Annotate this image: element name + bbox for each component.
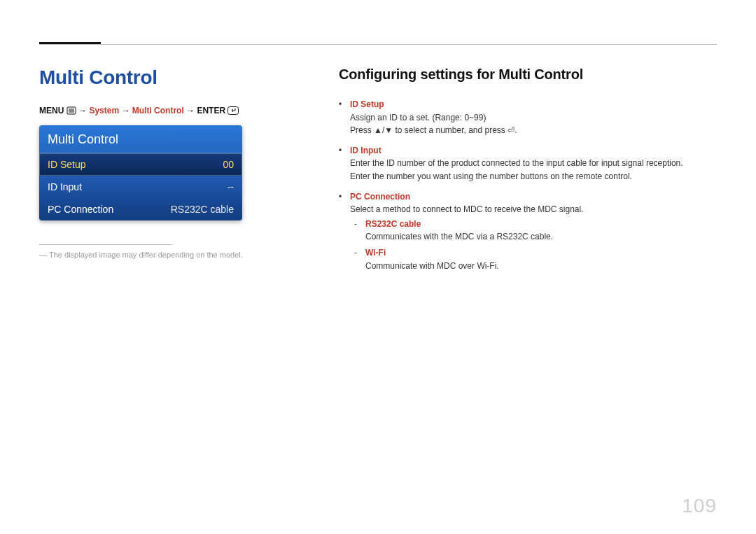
feature-sublist: -RS232C cable Communicates with the MDC … <box>354 218 717 272</box>
spacer <box>354 230 358 244</box>
spacer <box>339 157 343 170</box>
bullet-icon: • <box>339 144 343 157</box>
osd-row[interactable]: ID Input-- <box>39 176 242 198</box>
feature-body-text: Enter the ID number of the product conne… <box>350 157 683 170</box>
feature-item: •PC Connection Select a method to connec… <box>339 190 717 273</box>
breadcrumb: MENU → System → Multi Control → ENTER <box>39 106 291 115</box>
breadcrumb-multicontrol: Multi Control <box>132 106 184 115</box>
bullet-icon: • <box>339 98 343 111</box>
spacer <box>339 203 343 216</box>
feature-item: •ID Setup Assign an ID to a set. (Range:… <box>339 98 717 137</box>
page: Multi Control MENU → System → Multi Cont… <box>0 0 756 534</box>
arrow-icon: → <box>78 106 87 115</box>
feature-heading-row: •ID Setup <box>339 98 717 111</box>
feature-item: •ID Input Enter the ID number of the pro… <box>339 144 717 183</box>
menu-icon <box>66 106 76 115</box>
footnote: ―The displayed image may differ dependin… <box>39 251 291 259</box>
feature-body-text: Press ▲/▼ to select a number, and press … <box>350 124 517 137</box>
spacer <box>339 170 343 183</box>
footnote-text: The displayed image may differ depending… <box>49 251 243 259</box>
feature-body-line: Assign an ID to a set. (Range: 0~99) <box>339 111 717 125</box>
bullet-icon: • <box>339 190 343 204</box>
breadcrumb-menu: MENU <box>39 106 64 115</box>
content: Multi Control MENU → System → Multi Cont… <box>39 66 717 279</box>
feature-subheading-row: -RS232C cable <box>354 218 717 231</box>
feature-subbody-row: Communicates with the MDC via a RS232C c… <box>354 230 717 244</box>
left-column: Multi Control MENU → System → Multi Cont… <box>39 66 291 279</box>
spacer <box>339 111 343 125</box>
footnote-dash: ― <box>39 251 45 259</box>
breadcrumb-system: System <box>89 106 119 115</box>
feature-body-line: Select a method to connect to MDC to rec… <box>339 203 717 216</box>
osd-row-value: -- <box>227 181 234 192</box>
feature-label: PC Connection <box>350 190 410 204</box>
page-number: 109 <box>682 495 717 517</box>
feature-subbody-text: Communicates with the MDC via a RS232C c… <box>365 230 553 244</box>
feature-label: ID Input <box>350 144 382 157</box>
feature-body-line: Press ▲/▼ to select a number, and press … <box>339 124 717 137</box>
feature-body-line: Enter the number you want using the numb… <box>339 170 717 183</box>
enter-icon <box>227 106 239 115</box>
osd-panel: Multi Control ID Setup00ID Input--PC Con… <box>39 125 242 220</box>
feature-body-line: Enter the ID number of the product conne… <box>339 157 717 170</box>
feature-label: ID Setup <box>350 98 384 111</box>
section-rule <box>39 44 717 45</box>
dash-icon: - <box>354 246 358 260</box>
page-title: Multi Control <box>39 66 291 89</box>
osd-row[interactable]: PC ConnectionRS232C cable <box>39 198 242 220</box>
osd-row-value: 00 <box>223 159 234 170</box>
osd-row[interactable]: ID Setup00 <box>39 153 242 176</box>
osd-row-label: ID Input <box>48 181 82 192</box>
dash-icon: - <box>354 218 358 231</box>
feature-subitem: -Wi-Fi Communicate with MDC over Wi-Fi. <box>354 246 717 272</box>
arrow-icon: → <box>121 106 130 115</box>
feature-heading-row: •PC Connection <box>339 190 717 204</box>
feature-body-text: Enter the number you want using the numb… <box>350 170 632 183</box>
osd-row-label: ID Setup <box>48 159 85 170</box>
feature-body-text: Assign an ID to a set. (Range: 0~99) <box>350 111 486 125</box>
feature-body-text: Select a method to connect to MDC to rec… <box>350 203 584 216</box>
osd-title: Multi Control <box>39 125 242 153</box>
feature-sublabel: RS232C cable <box>365 218 421 231</box>
feature-subbody-text: Communicate with MDC over Wi-Fi. <box>365 260 499 273</box>
osd-row-value: RS232C cable <box>171 204 234 215</box>
spacer <box>354 260 358 273</box>
feature-subbody-row: Communicate with MDC over Wi-Fi. <box>354 260 717 273</box>
arrow-icon: → <box>186 106 195 115</box>
spacer <box>339 124 343 137</box>
right-column: Configuring settings for Multi Control •… <box>339 66 717 279</box>
osd-row-label: PC Connection <box>48 204 113 215</box>
breadcrumb-enter: ENTER <box>197 106 225 115</box>
feature-subitem: -RS232C cable Communicates with the MDC … <box>354 218 717 244</box>
footnote-rule <box>39 244 172 245</box>
osd-rows: ID Setup00ID Input--PC ConnectionRS232C … <box>39 153 242 220</box>
feature-list: •ID Setup Assign an ID to a set. (Range:… <box>339 98 717 272</box>
feature-subheading-row: -Wi-Fi <box>354 246 717 260</box>
feature-heading-row: •ID Input <box>339 144 717 157</box>
section-heading: Configuring settings for Multi Control <box>339 66 717 83</box>
feature-sublabel: Wi-Fi <box>365 246 386 260</box>
